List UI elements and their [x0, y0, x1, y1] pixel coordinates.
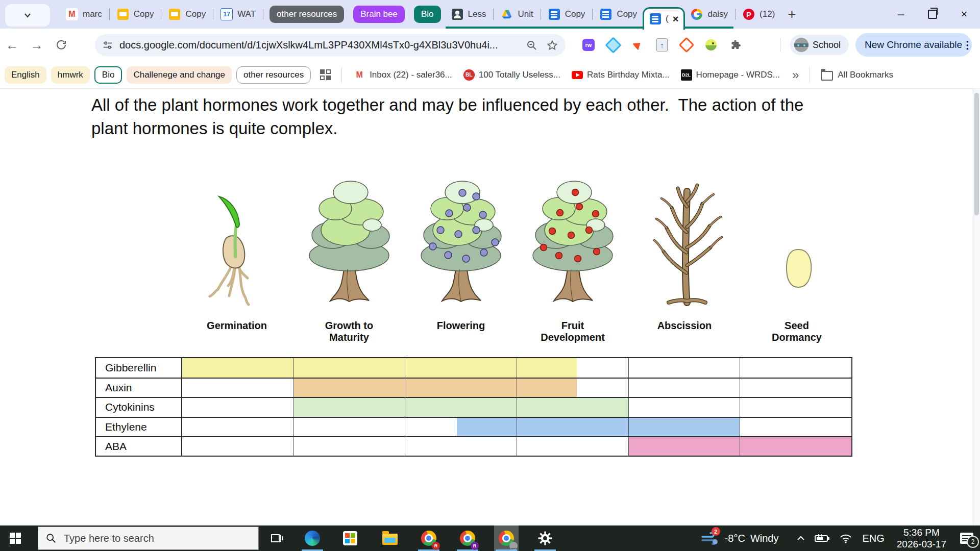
task-view-button[interactable]: [264, 525, 289, 551]
tab-search-button[interactable]: [5, 4, 50, 27]
active-tab-docs[interactable]: ( ×: [643, 7, 685, 30]
all-bookmarks-label: All Bookmarks: [838, 70, 893, 80]
network-status[interactable]: [839, 533, 852, 543]
weather-badge: 2: [712, 527, 720, 536]
youtube-icon: [572, 71, 583, 79]
tab-docs-1[interactable]: Copy: [543, 0, 591, 29]
battery-status[interactable]: [815, 534, 830, 543]
taskbar-search-box[interactable]: Type here to search: [38, 527, 259, 550]
pinned-tab-gmail[interactable]: M marc: [60, 0, 108, 29]
pinned-tab-slides-2[interactable]: Copy: [163, 0, 211, 29]
new-tab-button[interactable]: +: [780, 7, 803, 21]
bookmark-useless[interactable]: BL 100 Totally Useless...: [463, 69, 560, 81]
apps-grid-icon[interactable]: [320, 69, 331, 81]
close-button[interactable]: ×: [948, 0, 980, 29]
start-button[interactable]: [0, 525, 31, 551]
hormone-label: Gibberellin: [96, 358, 182, 378]
hormone-label: Auxin: [96, 379, 182, 397]
drive-icon: [501, 8, 513, 20]
tab-google-search[interactable]: daisy: [685, 0, 733, 29]
tab-contacts[interactable]: Less: [446, 0, 492, 29]
file-explorer-button[interactable]: [378, 525, 402, 551]
tab-label: Unit: [518, 9, 533, 19]
google-icon: [691, 8, 703, 20]
tab-group-pill-other-resources[interactable]: other resources: [270, 6, 344, 23]
weather-widget[interactable]: 2 -8°C Windy: [700, 531, 779, 546]
url-text[interactable]: docs.google.com/document/d/1cjwXslkw4LmL…: [119, 39, 526, 51]
document-paragraph: All of the plant hormones work together …: [91, 93, 816, 140]
language-indicator[interactable]: ENG: [862, 533, 884, 544]
temperature: -8°C: [725, 533, 745, 544]
tab-pinterest[interactable]: P (12): [737, 0, 780, 29]
chrome-profile2-button[interactable]: R: [455, 525, 480, 551]
tab-separator: [735, 9, 736, 20]
kebab-menu-icon[interactable]: ⋮: [962, 39, 972, 51]
notification-center-button[interactable]: 2: [953, 525, 980, 551]
gmail-icon: M: [353, 69, 365, 81]
diamond-extension-icon[interactable]: [606, 38, 620, 52]
address-bar[interactable]: docs.google.com/document/d/1cjwXslkw4LmL…: [95, 34, 566, 56]
bookmark-d2l-homepage[interactable]: D2L Homepage - WRDS...: [681, 69, 780, 81]
pinned-tab-slides-1[interactable]: Copy: [111, 0, 160, 29]
bookmark-folder-english[interactable]: English: [5, 66, 46, 84]
stage-label-seed-dormancy: Seed Dormancy: [736, 320, 858, 343]
document-canvas[interactable]: All of the plant hormones work together …: [0, 89, 980, 526]
bl-icon: BL: [463, 69, 475, 81]
scrollbar[interactable]: [973, 89, 980, 525]
extensions-puzzle-icon[interactable]: [729, 38, 742, 52]
wifi-icon: [839, 533, 852, 543]
readwrite-extension-icon[interactable]: rw: [582, 38, 595, 52]
minimize-button[interactable]: –: [885, 0, 917, 29]
all-bookmarks-button[interactable]: All Bookmarks: [821, 69, 893, 81]
duck-extension-icon[interactable]: [704, 38, 718, 52]
edge-taskbar-button[interactable]: [300, 525, 325, 551]
bookmark-star-icon[interactable]: [546, 39, 558, 52]
docs-icon: [548, 8, 560, 20]
bookmark-folder-bio[interactable]: Bio: [94, 66, 122, 84]
table-row-gibberellin: Gibberellin: [96, 358, 851, 378]
tray-chevron-button[interactable]: [796, 535, 805, 542]
s-diamond-extension-icon[interactable]: [680, 38, 693, 52]
gmail-icon: M: [66, 8, 78, 20]
tab-docs-2[interactable]: Copy: [594, 0, 643, 29]
zoom-icon[interactable]: [526, 39, 538, 52]
chrome-profile1-button[interactable]: R: [416, 525, 441, 551]
extensions-row: rw ↑: [582, 29, 742, 61]
tab-label: Copy: [134, 9, 154, 19]
profile-name: School: [813, 40, 841, 51]
reload-button[interactable]: [49, 33, 74, 57]
scrollbar-thumb[interactable]: [974, 93, 979, 215]
bookmark-folder-hmwrk[interactable]: hmwrk: [51, 66, 90, 84]
tab-separator: [213, 9, 213, 20]
back-button[interactable]: ←: [0, 33, 24, 57]
tab-group-pill-bio[interactable]: Bio: [414, 6, 441, 23]
hormone-label: Ethylene: [96, 418, 182, 436]
date: 2026-03-17: [897, 538, 946, 550]
pinned-tab-calendar[interactable]: 17 WAT: [215, 0, 261, 29]
tab-separator: [161, 9, 161, 20]
tab-group-pill-brain-bee[interactable]: Brain bee: [353, 6, 405, 23]
tab-drive[interactable]: Unit: [495, 0, 538, 29]
upload-extension-icon[interactable]: ↑: [655, 38, 669, 52]
settings-taskbar-button[interactable]: [533, 525, 557, 551]
chrome-update-button[interactable]: New Chrome available ⋮: [855, 33, 972, 57]
bookmarks-overflow-icon[interactable]: »: [792, 68, 799, 82]
tab-label: daisy: [707, 9, 728, 19]
site-settings-icon[interactable]: [102, 40, 113, 51]
reload-icon: [55, 39, 67, 51]
forward-button[interactable]: →: [24, 33, 49, 57]
store-taskbar-button[interactable]: [338, 525, 362, 551]
profile-chip[interactable]: School: [790, 35, 849, 55]
burst-extension-icon[interactable]: [631, 38, 644, 52]
close-tab-icon[interactable]: ×: [673, 14, 679, 24]
weather-condition: Windy: [750, 533, 779, 544]
clock[interactable]: 5:36 PM 2026-03-17: [897, 527, 946, 550]
restore-button[interactable]: [917, 0, 948, 29]
profile-badge-r: R: [471, 542, 479, 550]
task-view-icon: [270, 532, 283, 545]
bookmark-gmail-inbox[interactable]: M Inbox (22) - saler36...: [353, 69, 452, 81]
bookmark-youtube[interactable]: Rats Birthday Mixta...: [572, 70, 670, 80]
bookmark-folder-other-resources[interactable]: other resources: [236, 66, 311, 84]
chrome-school-button[interactable]: [494, 525, 519, 551]
bookmark-folder-challenge[interactable]: Challenege and change: [127, 66, 232, 84]
